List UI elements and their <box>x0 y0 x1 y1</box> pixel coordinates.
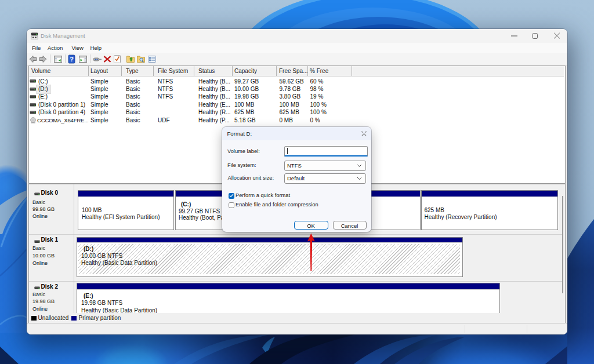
svg-text:?: ? <box>70 56 74 63</box>
